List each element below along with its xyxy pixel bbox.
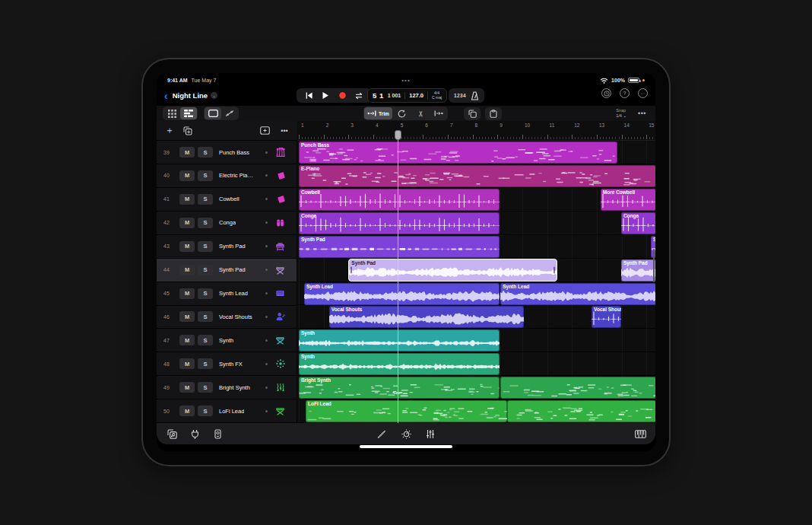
solo-button[interactable]: S bbox=[198, 194, 213, 205]
track-header-synth-pad[interactable]: 43MSSynth Pad bbox=[157, 235, 297, 259]
region-lofi-lead[interactable]: LoFi Lead bbox=[306, 400, 507, 422]
recorder-device-icon[interactable] bbox=[211, 428, 224, 440]
mixer-faders-icon[interactable] bbox=[424, 428, 436, 440]
trim-right-tool-icon[interactable] bbox=[430, 107, 447, 119]
mute-button[interactable]: M bbox=[179, 288, 195, 299]
track-header-synth-lead[interactable]: 45MSSynth Lead bbox=[157, 282, 297, 306]
region-synth-lead[interactable]: Synth Lead bbox=[304, 283, 500, 305]
solo-button[interactable]: S bbox=[198, 265, 213, 275]
track-header-conga[interactable]: 42MSConga bbox=[157, 212, 297, 235]
mute-button[interactable]: M bbox=[179, 358, 195, 369]
region-synth-pad[interactable]: Synth Pad bbox=[299, 236, 500, 258]
solo-button[interactable]: S bbox=[198, 288, 213, 299]
region-bright-synth[interactable]: Bright Synth bbox=[299, 377, 500, 399]
region-punch-bass[interactable]: Punch Bass bbox=[299, 142, 617, 164]
mute-button[interactable]: M bbox=[179, 382, 195, 393]
solo-button[interactable]: S bbox=[198, 358, 213, 369]
track-header-synth-pad[interactable]: 44MSSynth Pad bbox=[157, 259, 297, 282]
region-e-piano[interactable]: E-Piano bbox=[299, 165, 655, 187]
snap-control[interactable]: Snap 1/4 ⌄ bbox=[616, 108, 626, 118]
vertical-scrollbar[interactable] bbox=[653, 249, 655, 282]
browser-grid-icon[interactable] bbox=[163, 107, 180, 119]
home-indicator[interactable] bbox=[360, 445, 452, 448]
track-header-more-icon[interactable]: ••• bbox=[278, 124, 291, 138]
track-header-synth[interactable]: 47MSSynth bbox=[157, 329, 297, 352]
region-more-cowbell[interactable]: More Cowbell bbox=[601, 189, 655, 211]
copy-icon[interactable] bbox=[464, 107, 481, 120]
mute-button[interactable]: M bbox=[179, 335, 195, 345]
duplicate-track-icon[interactable] bbox=[181, 124, 195, 138]
paste-icon[interactable] bbox=[485, 107, 502, 120]
track-header-punch-bass[interactable]: 39MSPunch Bass bbox=[157, 141, 297, 164]
chevron-down-icon[interactable]: ⌄ bbox=[211, 92, 217, 99]
region-conga[interactable]: Conga bbox=[621, 212, 655, 234]
region-synth-lead[interactable]: Synth Lead bbox=[500, 283, 655, 305]
region-conga[interactable]: Conga bbox=[299, 212, 500, 234]
ruler-bar-label: 2 bbox=[326, 123, 329, 128]
region-vocal-shouts[interactable]: Vocal Shouts bbox=[592, 306, 621, 328]
trim-tool-button[interactable]: Trim bbox=[364, 107, 392, 119]
mute-button[interactable]: M bbox=[179, 265, 195, 275]
solo-button[interactable]: S bbox=[198, 241, 213, 252]
track-header-cowbell[interactable]: 41MSCowbell bbox=[157, 188, 297, 212]
loop-browser-icon[interactable] bbox=[166, 428, 178, 440]
tracks-view-icon[interactable] bbox=[180, 107, 197, 119]
solo-button[interactable]: S bbox=[198, 382, 213, 393]
solo-button[interactable]: S bbox=[198, 218, 213, 228]
loop-tool-icon[interactable] bbox=[394, 107, 411, 119]
region-untitled[interactable] bbox=[500, 377, 655, 399]
track-header-bright-synth[interactable]: 49MSBright Synth bbox=[157, 376, 297, 399]
play-button[interactable] bbox=[318, 89, 333, 102]
mute-button[interactable]: M bbox=[179, 194, 195, 205]
lcd-display[interactable]: 5 1 1 001 127.0 4/4 C maj bbox=[367, 88, 447, 103]
solo-button[interactable]: S bbox=[198, 335, 213, 345]
region-synth-pad[interactable]: Synth Pad bbox=[348, 259, 557, 282]
region-trim-handle-left[interactable] bbox=[350, 266, 352, 273]
record-button[interactable] bbox=[335, 89, 350, 102]
solo-button[interactable]: S bbox=[198, 406, 213, 416]
controls-knob-icon[interactable] bbox=[400, 428, 412, 440]
multitask-dots-icon[interactable]: ••• bbox=[401, 77, 410, 84]
mute-button[interactable]: M bbox=[179, 218, 195, 228]
track-header-electric-pia-[interactable]: 40MSElectric Pia… bbox=[157, 164, 297, 188]
track-header-lofi-lead[interactable]: 50MSLoFi Lead bbox=[157, 399, 297, 423]
go-to-beginning-button[interactable] bbox=[301, 89, 316, 102]
track-header-vocal-shouts[interactable]: 46MSVocal Shouts bbox=[157, 305, 297, 329]
undo-history-icon[interactable] bbox=[601, 88, 611, 98]
automation-icon[interactable] bbox=[221, 107, 238, 119]
editors-pencil-icon[interactable] bbox=[376, 428, 388, 440]
add-region-icon[interactable] bbox=[258, 124, 271, 138]
timeline-ruler[interactable]: 123456789101112131415 bbox=[297, 121, 655, 141]
solo-button[interactable]: S bbox=[198, 311, 213, 322]
track-header-synth-fx[interactable]: 48MSSynth FX bbox=[157, 352, 297, 376]
solo-button[interactable]: S bbox=[198, 147, 213, 158]
cycle-button[interactable] bbox=[351, 89, 366, 102]
mute-button[interactable]: M bbox=[179, 241, 195, 252]
region-synth-pad[interactable]: Synth Pad bbox=[621, 259, 655, 282]
mute-button[interactable]: M bbox=[179, 311, 195, 322]
region-trim-handle-right[interactable] bbox=[553, 266, 555, 273]
track-number: 49 bbox=[157, 385, 176, 390]
region-vocal-shouts[interactable]: Vocal Shouts bbox=[329, 306, 525, 328]
count-in-button[interactable]: 1234 bbox=[454, 93, 466, 98]
piano-keyboard-icon[interactable] bbox=[634, 428, 646, 440]
regions-view-icon[interactable] bbox=[205, 107, 221, 119]
region-untitled[interactable] bbox=[507, 400, 655, 422]
mute-button[interactable]: M bbox=[179, 147, 195, 158]
mute-button[interactable]: M bbox=[179, 406, 195, 416]
more-options-icon[interactable]: ⋯ bbox=[638, 88, 648, 98]
back-button[interactable]: ‹ bbox=[164, 91, 168, 101]
project-title[interactable]: Night Line bbox=[173, 91, 208, 100]
split-scissors-icon[interactable]: ✂ bbox=[412, 107, 429, 119]
solo-button[interactable]: S bbox=[198, 170, 213, 181]
toolbar-more-icon[interactable]: ••• bbox=[638, 110, 646, 117]
region-cowbell[interactable]: Cowbell bbox=[299, 189, 500, 211]
help-icon[interactable]: ? bbox=[620, 88, 630, 98]
region-synth[interactable]: Synth bbox=[299, 329, 500, 352]
plugins-icon[interactable] bbox=[189, 428, 201, 440]
add-track-button[interactable]: ＋ bbox=[163, 124, 176, 138]
region-synth[interactable]: Synth bbox=[299, 353, 500, 375]
playhead-handle[interactable] bbox=[395, 130, 401, 140]
mute-button[interactable]: M bbox=[179, 170, 195, 181]
metronome-icon[interactable] bbox=[471, 91, 479, 100]
